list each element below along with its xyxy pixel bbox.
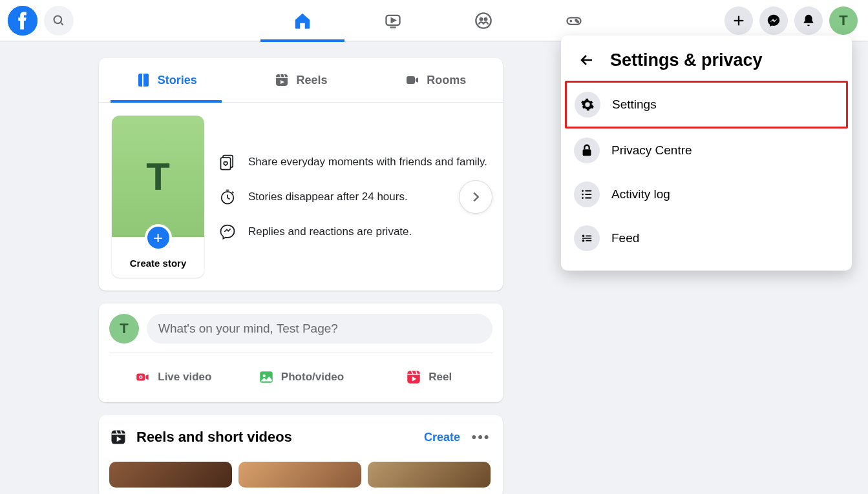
lock-icon (574, 138, 600, 163)
tab-reels[interactable]: Reels (233, 58, 368, 102)
nav-watch[interactable] (351, 1, 435, 40)
header-nav (74, 1, 725, 40)
svg-point-13 (577, 21, 578, 22)
search-button[interactable] (44, 6, 74, 36)
notifications-button[interactable] (794, 6, 823, 35)
account-avatar[interactable]: T (829, 6, 858, 35)
tab-reels-label: Reels (296, 74, 327, 87)
svg-rect-23 (221, 158, 231, 170)
gear-icon (575, 92, 600, 118)
composer-top: T What's on your mind, Test Page? (109, 314, 492, 344)
nav-gaming[interactable] (532, 1, 616, 40)
create-story-initial: T (146, 154, 170, 199)
feed-icon (574, 225, 600, 251)
create-button[interactable] (725, 6, 753, 35)
reel-icon (405, 369, 422, 386)
create-story-plus-icon: + (145, 224, 172, 251)
dropdown-item-settings[interactable]: Settings (567, 83, 846, 127)
dropdown-item-activity-label: Activity log (611, 187, 670, 201)
tab-rooms[interactable]: Rooms (368, 58, 503, 102)
svg-point-31 (140, 376, 142, 378)
messenger-outline-icon (218, 223, 237, 241)
nav-groups[interactable] (441, 1, 525, 40)
dropdown-item-feed-label: Feed (611, 231, 639, 245)
dropdown-item-activity-log[interactable]: Activity log (566, 172, 847, 216)
bell-icon (801, 14, 816, 28)
watch-icon (384, 12, 402, 30)
svg-line-2 (61, 22, 63, 25)
tab-stories[interactable]: Stories (99, 58, 233, 102)
header-left (0, 6, 74, 36)
nav-home[interactable] (260, 1, 344, 40)
header-right: T (725, 6, 868, 35)
svg-point-46 (582, 190, 584, 192)
reel-thumb[interactable] (238, 462, 361, 488)
highlight-box: Settings (565, 81, 848, 129)
composer-avatar[interactable]: T (109, 314, 139, 344)
svg-point-52 (582, 235, 585, 238)
dropdown-item-privacy-centre[interactable]: Privacy Centre (566, 129, 847, 172)
reels-header: Reels and short videos Create ••• (99, 415, 503, 454)
dropdown-item-settings-label: Settings (612, 98, 657, 112)
svg-rect-16 (276, 74, 288, 86)
tab-stories-label: Stories (158, 74, 197, 87)
dropdown-back-button[interactable] (575, 48, 598, 72)
photo-video-icon (258, 369, 275, 386)
settings-privacy-dropdown: Settings & privacy Settings Privacy Cent… (561, 36, 852, 271)
story-info-row-1: Share everyday moments with friends and … (218, 153, 487, 171)
svg-rect-56 (582, 238, 592, 238)
story-info-row-2: Stories disappear after 24 hours. (218, 188, 487, 206)
dropdown-item-feed[interactable]: Feed (566, 216, 847, 260)
clock-icon (218, 188, 237, 206)
create-story-preview: T + (112, 116, 204, 237)
svg-point-8 (483, 17, 487, 21)
reel-thumb[interactable] (109, 462, 232, 488)
dropdown-title: Settings & privacy (610, 50, 763, 70)
story-next-button[interactable] (459, 180, 492, 214)
tab-rooms-label: Rooms (427, 74, 466, 87)
dropdown-item-privacy-label: Privacy Centre (611, 143, 692, 158)
svg-rect-49 (585, 194, 591, 195)
stories-icon (136, 72, 151, 88)
svg-point-7 (479, 17, 483, 21)
reels-thumbs (99, 454, 503, 494)
plus-icon (732, 14, 746, 28)
home-icon (293, 11, 312, 30)
composer-reel-label: Reel (429, 371, 452, 384)
messenger-icon (767, 14, 781, 28)
composer-divider (109, 353, 492, 353)
stories-card: Stories Reels Rooms T + Create sto (99, 58, 503, 291)
composer-photo-video[interactable]: Photo/video (237, 362, 365, 392)
svg-rect-51 (585, 198, 591, 199)
reels-icon (274, 72, 290, 88)
composer-live-video-label: Live video (158, 371, 211, 384)
arrow-left-icon (579, 52, 595, 68)
svg-marker-4 (391, 18, 395, 22)
search-icon (52, 14, 65, 27)
live-video-icon (134, 369, 151, 386)
composer-live-video[interactable]: Live video (109, 362, 237, 392)
composer-reel[interactable]: Reel (365, 362, 492, 392)
reel-thumb[interactable] (368, 462, 491, 488)
reels-section-card: Reels and short videos Create ••• (99, 415, 503, 494)
svg-point-1 (54, 15, 62, 23)
groups-icon (474, 12, 492, 30)
reels-create-link[interactable]: Create (424, 431, 460, 444)
messenger-button[interactable] (759, 6, 788, 35)
story-info-text-3: Replies and reactions are private. (248, 225, 412, 238)
reels-more-button[interactable]: ••• (469, 426, 492, 449)
svg-rect-21 (407, 76, 415, 84)
composer-card: T What's on your mind, Test Page? Live v… (99, 304, 503, 402)
reels-section-icon (109, 428, 127, 446)
dropdown-header: Settings & privacy (566, 43, 847, 81)
story-info: Share everyday moments with friends and … (218, 153, 487, 241)
svg-point-48 (582, 194, 584, 196)
svg-line-28 (232, 191, 233, 192)
facebook-logo[interactable] (8, 6, 37, 36)
composer-input[interactable]: What's on your mind, Test Page? (147, 314, 492, 344)
svg-point-33 (262, 375, 265, 377)
svg-point-50 (582, 197, 584, 199)
top-header: T (0, 0, 868, 41)
story-info-text-1: Share everyday moments with friends and … (248, 156, 487, 169)
create-story-card[interactable]: T + Create story (112, 116, 204, 278)
